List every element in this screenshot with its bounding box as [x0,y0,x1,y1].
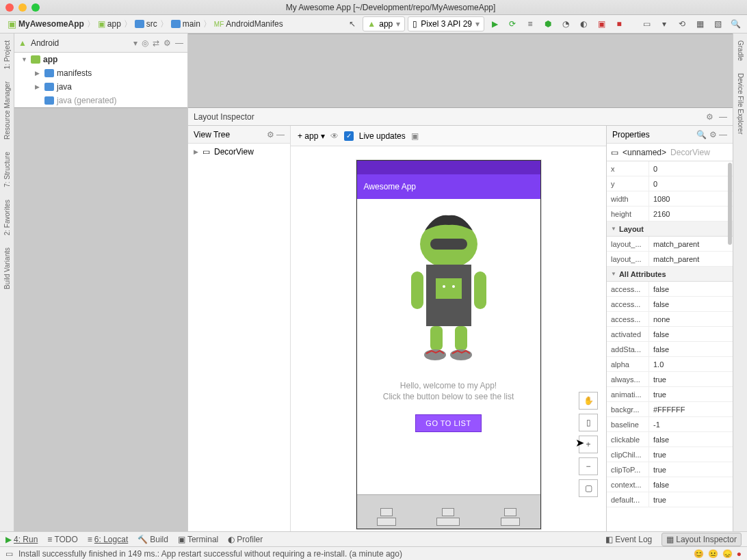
prop-row[interactable]: clipChil...true [607,447,733,462]
side-structure[interactable]: 7: Structure [3,149,11,190]
sync-button[interactable]: ⟲ [674,16,690,31]
fit-button[interactable]: ▢ [579,479,598,497]
prop-value[interactable]: #FFFFFF [649,402,733,416]
filter-icon[interactable]: ⇄ [153,38,159,48]
stop-button[interactable]: ■ [612,16,627,31]
gear-icon[interactable]: ⚙ [163,38,171,48]
prop-value[interactable]: false [649,477,733,492]
collapse-icon[interactable]: — [719,112,727,122]
coverage-button[interactable]: ◔ [558,16,573,31]
gear-icon[interactable]: ⚙ [267,130,274,139]
properties-list[interactable]: x0y0width1080height2160 Layout layout_..… [607,161,733,531]
collapse-icon[interactable]: — [276,130,285,139]
prop-row[interactable]: x0 [607,161,733,176]
prop-value[interactable]: match_parent [649,237,733,251]
prop-value[interactable]: false [649,297,733,311]
collapse-icon[interactable]: — [719,130,727,139]
layout-section[interactable]: Layout [607,222,733,237]
prop-value[interactable]: none [649,312,733,326]
avd-button[interactable]: ▭ [639,16,654,31]
project-view-selector[interactable]: Android [31,38,129,48]
pan-button[interactable]: ✋ [579,392,598,410]
collapse-icon[interactable]: — [175,38,183,48]
prop-row[interactable]: baseline-1 [607,417,733,432]
prop-value[interactable]: true [649,447,733,462]
go-to-list-button[interactable]: GO TO LIST [415,414,481,432]
prop-row[interactable]: always...true [607,372,733,387]
tree-item-java-gen[interactable]: java (generated) [14,94,187,107]
side-resource-manager[interactable]: Resource Manager [3,79,11,142]
sdk-button[interactable]: ▾ [657,16,672,31]
zoom-icon[interactable] [31,3,40,12]
more-button[interactable]: ▧ [710,16,725,31]
error-icon[interactable]: ● [737,549,742,559]
minimize-icon[interactable] [18,3,27,12]
prop-row[interactable]: clickablefalse [607,432,733,447]
tab-terminal[interactable]: ▣ Terminal [178,535,218,544]
target-icon[interactable]: ◎ [142,38,148,48]
tab-layout-inspector[interactable]: ▦ Layout Inspector [661,533,742,546]
tree-item-manifests[interactable]: ▶ manifests [14,66,187,80]
prop-row[interactable]: default...true [607,492,733,507]
tab-todo[interactable]: ≡ TODO [47,535,77,544]
prop-row[interactable]: access...none [607,312,733,327]
prop-value[interactable]: false [649,432,733,446]
smile-icon[interactable]: 😊 [694,549,704,559]
debug-button[interactable]: ⬢ [540,16,555,31]
prop-value[interactable]: -1 [649,417,733,431]
prop-row[interactable]: width1080 [607,191,733,206]
prop-row[interactable]: animati...true [607,387,733,402]
prop-value[interactable]: 0 [649,161,733,176]
search-icon[interactable]: 🔍 [696,130,707,139]
prop-value[interactable]: true [649,387,733,401]
prop-row[interactable]: addSta...false [607,342,733,357]
prop-row[interactable]: height2160 [607,206,733,222]
layers-button[interactable]: ▯ [579,414,598,431]
profiler-button[interactable]: ◐ [576,16,591,31]
prop-value[interactable]: true [649,372,733,386]
scrollbar[interactable] [728,163,732,245]
prop-value[interactable]: 0 [649,176,733,191]
prop-row[interactable]: access...false [607,282,733,297]
layout-button[interactable]: ▦ [692,16,707,31]
side-favorites[interactable]: 2: Favorites [3,197,11,238]
close-icon[interactable] [5,3,14,12]
tab-build[interactable]: 🔨 Build [137,535,168,544]
prop-value[interactable]: 1.0 [649,357,733,371]
prop-value[interactable]: false [649,342,733,356]
prop-row[interactable]: activatedfalse [607,327,733,342]
prop-value[interactable]: true [649,462,733,477]
search-button[interactable]: 🔍 [728,16,743,31]
tab-logcat[interactable]: ≡ 6: Logcat [88,535,128,544]
tab-profiler[interactable]: ◐ Profiler [228,535,263,544]
snapshot-icon[interactable]: ▣ [411,131,419,141]
add-process[interactable]: + app ▾ [298,131,325,141]
apply-changes-button[interactable]: ⟳ [505,16,520,31]
prop-row[interactable]: context...false [607,477,733,492]
run-button[interactable]: ▶ [487,16,502,31]
eye-icon[interactable]: 👁 [330,131,339,141]
apply-code-button[interactable]: ≡ [523,16,538,31]
tab-event-log[interactable]: ◧ Event Log [605,535,652,544]
prop-value[interactable]: 2160 [649,206,733,221]
gear-icon[interactable]: ⚙ [706,112,713,122]
breadcrumb[interactable]: ▣ MyAwesomeApp〉 ▣ app〉 src〉 main〉 MF And… [4,17,287,31]
prop-value[interactable]: 1080 [649,191,733,206]
prop-row[interactable]: access...false [607,297,733,312]
all-attrs-section[interactable]: All Attributes [607,267,733,282]
zoom-out-button[interactable]: − [579,457,598,475]
prop-value[interactable]: match_parent [649,252,733,266]
prop-value[interactable]: false [649,282,733,296]
meh-icon[interactable]: 😐 [708,549,718,559]
device-preview-area[interactable]: Awesome App [291,146,606,531]
tree-root[interactable]: ▼ app [14,53,187,66]
prop-row[interactable]: backgr...#FFFFFF [607,402,733,417]
side-build-variants[interactable]: Build Variants [3,245,11,292]
back-button[interactable]: ↖ [345,16,360,31]
device-selector[interactable]: ▯ Pixel 3 API 29 ▾ [408,16,484,31]
attach-debugger-button[interactable]: ▣ [594,16,609,31]
tree-item-java[interactable]: ▶ java [14,80,187,94]
prop-row[interactable]: layout_...match_parent [607,237,733,252]
run-config-selector[interactable]: ▲ app ▾ [363,16,405,31]
decorview-row[interactable]: ▶ ▭ DecorView [188,144,290,160]
